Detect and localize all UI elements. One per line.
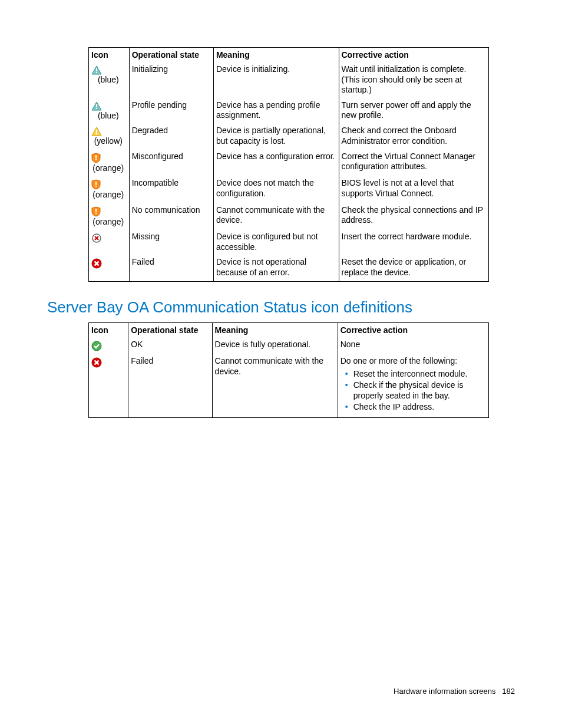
list-item: Check the IP address. <box>353 402 485 413</box>
table-row: Missing Device is configured but not acc… <box>89 229 489 255</box>
list-item: Reset the interconnect module. <box>353 369 485 380</box>
svg-rect-1 <box>96 68 97 71</box>
table-row: (blue) Profile pending Device has a pend… <box>89 98 489 124</box>
icon-color-label: (orange) <box>92 217 124 226</box>
action-cell: Do one or more of the following: Reset t… <box>338 354 488 417</box>
state-cell: Initializing <box>129 62 213 98</box>
svg-rect-13 <box>95 209 97 212</box>
state-cell: Incompatible <box>129 176 213 203</box>
svg-rect-10 <box>95 159 97 160</box>
svg-rect-7 <box>96 130 97 133</box>
action-cell: Turn server power off and apply the new … <box>339 98 489 124</box>
meaning-cell: Device has a pending profile assignment. <box>213 98 339 124</box>
svg-rect-9 <box>95 155 97 159</box>
circle-x-outline-icon <box>91 233 125 243</box>
svg-rect-8 <box>96 133 97 134</box>
svg-rect-14 <box>95 213 97 214</box>
svg-rect-12 <box>95 186 97 187</box>
footer-page-number: 182 <box>502 687 515 696</box>
meaning-cell: Cannot communicate with the device. <box>213 203 339 230</box>
action-intro: Do one or more of the following: <box>340 356 457 365</box>
th-state: Operational state <box>129 48 213 62</box>
circle-check-green-icon <box>91 341 124 351</box>
footer-section: Hardware information screens <box>394 687 495 696</box>
triangle-warning-blue-icon <box>91 101 125 111</box>
th-action: Corrective action <box>339 48 489 62</box>
state-cell: Missing <box>129 229 213 255</box>
table-row: (orange) Incompatible Device does not ma… <box>89 176 489 203</box>
th-action: Corrective action <box>338 323 488 338</box>
list-item: Check if the physical device is properly… <box>353 380 485 401</box>
table-row: (orange) No communication Cannot communi… <box>89 203 489 230</box>
table-row: (yellow) Degraded Device is partially op… <box>89 123 489 149</box>
th-state: Operational state <box>128 323 212 338</box>
table-row: Failed Device is not operational because… <box>89 255 489 282</box>
table-row: Failed Cannot communicate with the devic… <box>89 354 489 417</box>
state-cell: Profile pending <box>129 98 213 124</box>
action-cell: Insert the correct hardware module. <box>339 229 489 255</box>
meaning-cell: Device is configured but not accessible. <box>213 229 339 255</box>
table-row: OK Device is fully operational. None <box>89 337 489 354</box>
icon-definitions-table-1: Icon Operational state Meaning Correctiv… <box>88 47 489 282</box>
state-cell: Misconfigured <box>129 149 213 176</box>
icon-color-label: (yellow) <box>94 136 123 146</box>
shield-warning-orange-icon <box>91 179 125 190</box>
state-cell: No communication <box>129 203 213 230</box>
triangle-warning-blue-icon <box>91 65 125 75</box>
svg-rect-4 <box>96 104 97 107</box>
action-cell: Wait until initialization is complete. (… <box>339 62 489 98</box>
icon-color-label: (orange) <box>92 190 124 199</box>
action-cell: Reset the device or application, or repl… <box>339 255 489 282</box>
icon-color-label: (blue) <box>98 75 119 84</box>
meaning-cell: Cannot communicate with the device. <box>212 354 338 417</box>
state-cell: Degraded <box>129 123 213 149</box>
meaning-cell: Device is fully operational. <box>212 337 338 354</box>
th-meaning: Meaning <box>213 48 339 62</box>
meaning-cell: Device does not match the configuration. <box>213 176 339 203</box>
page-footer: Hardware information screens 182 <box>394 687 515 696</box>
meaning-cell: Device has a configuration error. <box>213 149 339 176</box>
icon-definitions-table-2: Icon Operational state Meaning Correctiv… <box>88 322 489 418</box>
svg-rect-2 <box>96 72 97 73</box>
section-heading: Server Bay OA Communication Status icon … <box>47 298 515 317</box>
state-cell: OK <box>128 337 212 354</box>
table-row: (orange) Misconfigured Device has a conf… <box>89 149 489 176</box>
action-list: Reset the interconnect module. Check if … <box>340 369 485 413</box>
svg-rect-11 <box>95 182 97 185</box>
action-cell: Check and correct the Onboard Administra… <box>339 123 489 149</box>
circle-x-red-icon <box>91 258 125 269</box>
state-cell: Failed <box>128 354 212 417</box>
action-cell: Check the physical connections and IP ad… <box>339 203 489 230</box>
th-icon: Icon <box>89 323 128 338</box>
shield-warning-orange-icon <box>91 153 125 163</box>
table-row: (blue) Initializing Device is initializi… <box>89 62 489 98</box>
th-icon: Icon <box>89 48 130 62</box>
meaning-cell: Device is not operational because of an … <box>213 255 339 282</box>
shield-warning-orange-icon <box>91 206 125 217</box>
icon-color-label: (blue) <box>98 111 119 120</box>
icon-color-label: (orange) <box>92 163 124 173</box>
action-cell: Correct the Virtual Connect Manager conf… <box>339 149 489 176</box>
triangle-warning-yellow-icon <box>91 127 125 136</box>
meaning-cell: Device is partially operational, but cap… <box>213 123 339 149</box>
action-cell: BIOS level is not at a level that suppor… <box>339 176 489 203</box>
circle-x-red-icon <box>91 357 124 368</box>
action-cell: None <box>338 337 488 354</box>
th-meaning: Meaning <box>212 323 338 338</box>
state-cell: Failed <box>129 255 213 282</box>
svg-rect-5 <box>96 108 97 109</box>
meaning-cell: Device is initializing. <box>213 62 339 98</box>
